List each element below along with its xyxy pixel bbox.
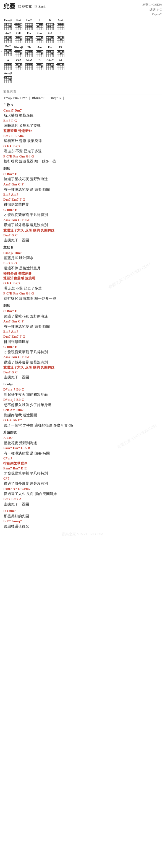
svg-point-58 <box>47 26 49 27</box>
svg-point-133 <box>52 36 53 38</box>
chord-line-3-4: C Bm7 E <box>3 345 162 349</box>
chord-line-0-3: Em7 F E Am7 <box>3 134 162 138</box>
chord-line-4-0: D#maj7 Bb C <box>3 388 162 392</box>
line-block-3-4: C Bm7 E才發現從繁華割 平凡得特別 <box>3 345 162 354</box>
section-label-2: 主歌 B <box>3 245 162 250</box>
section-label-5: 升循副歌 <box>3 430 162 435</box>
chord-line-5-4: F#m7 Bm7 D E <box>3 466 162 471</box>
lyric-line-4-1: 想不起很久以前 少了好年身邊 <box>3 402 162 408</box>
line-block-1-0: C Bm7 E路過了星校花夜 荒野到海邊 <box>3 172 162 182</box>
chord-row-3: Bm7 5 <box>3 44 162 58</box>
svg-point-34 <box>29 26 30 27</box>
watermark-bottom: 音樂之家 YINYUEZJ.COM <box>3 532 162 537</box>
svg-point-196 <box>41 53 42 55</box>
lyric-line-6-0: 那些美好的兜圈 <box>3 514 162 519</box>
line-block-2-3: 遭新沿位靈感 旋旋呢 <box>3 276 162 281</box>
svg-point-146 <box>62 36 64 38</box>
chord-line-3-6: 愛過這了太久 反而 腦的 兜圈舞妹 <box>3 365 162 370</box>
chord-line-2-5: F C/E Fm Gm G# G <box>3 291 162 296</box>
svg-point-106 <box>27 39 28 40</box>
section-intro-label: 前奏/间奏 <box>3 89 162 94</box>
line-block-1-6: 愛過這了太久 反而 腦的 兜圈舞妹 <box>3 228 162 233</box>
svg-point-60 <box>53 24 55 25</box>
svg-point-194 <box>37 51 39 52</box>
svg-point-169 <box>16 51 18 52</box>
svg-point-307 <box>9 79 11 81</box>
lyric-line-3-0: 路過了星校花夜 荒野到海邊 <box>3 314 162 319</box>
lyrics-section: 音樂之家 YINYUEZJ.COM 主歌 ACmaj7 Dm7玩玩播放 换换座位… <box>3 103 162 529</box>
section-label-0: 主歌 A <box>3 103 162 107</box>
svg-point-108 <box>30 36 32 38</box>
lyric-line-3-3: 徘徊到繁華世界 <box>3 339 162 345</box>
header: 兜圈 唱 林奕嘉 词 Zeck 原调 1=C#(Db) 选调 1=C Capo=… <box>3 2 162 17</box>
lyric-line-3-1: 有一種淋漓的愛 是 須要 時間 <box>3 324 162 330</box>
svg-point-255 <box>27 64 28 65</box>
lyric-line-2-4: 喔 忘知不覺 已走了多遠 <box>3 286 162 291</box>
svg-point-9 <box>5 24 7 25</box>
svg-point-282 <box>52 66 53 67</box>
line-block-3-0: C Bm7 E路過了星校花夜 荒野到海邊 <box>3 309 162 319</box>
svg-point-84 <box>9 36 11 38</box>
chord-diagram-am: Am <box>35 46 44 58</box>
line-block-2-5: F C/E Fm Gm G# G旋打呀尺 旋游花圈 離一點多一些 <box>3 291 162 301</box>
svg-point-23 <box>18 26 20 27</box>
line-block-4-2: C/B Am Dm7謝謝妳陪我 迷途樂園 <box>3 408 162 418</box>
svg-point-145 <box>60 39 62 40</box>
svg-point-270 <box>41 66 42 67</box>
chord-line-5-3: 徘徊到繁華世界 <box>3 461 162 466</box>
chord-line-2-3: 遭新沿位靈感 旋旋呢 <box>3 276 162 281</box>
lyric-line-5-0: 星校花夜 荒野到海邊 <box>3 440 162 446</box>
chord-diagram-ce: C/E <box>14 32 23 43</box>
lyric-line-1-4: 才發現從繁華割 平凡得特別 <box>3 212 162 218</box>
chord-line-3-1: Am7 Gm C F <box>3 319 162 324</box>
chord-row-5: Amaj7 <box>3 72 162 84</box>
line-block-1-1: Am7 Gm C F有一種淋漓的愛 是 須要 時間 <box>3 182 162 192</box>
chord-line-5-0: A C#7 <box>3 436 162 440</box>
chord-line-1-4: C Bm7 E <box>3 208 162 212</box>
svg-point-306 <box>5 77 7 78</box>
line-block-5-0: A C#7星校花夜 荒野到海邊 <box>3 436 162 445</box>
title-area: 兜圈 唱 林奕嘉 词 Zeck <box>3 2 45 10</box>
chord-diagram-f: F <box>35 19 44 30</box>
svg-point-157 <box>7 52 9 54</box>
svg-point-244 <box>20 64 22 65</box>
line-block-5-1: F#m7 Em7 G A D有一種淋漓的愛 是 須要 時間 <box>3 446 162 456</box>
chord-row-1: Cmaj7 Dm7 <box>3 19 162 30</box>
svg-text:4: 4 <box>14 64 15 66</box>
chord-line-0-0: Cmaj7 Dm7 <box>3 108 162 113</box>
lyric-line-1-3: 徘徊到繁華世界 <box>3 202 162 207</box>
svg-point-182 <box>29 51 30 52</box>
sections-container: 主歌 ACmaj7 Dm7玩玩播放 换换座位Em7 F G睡睡填片 又酷逛了旋律… <box>3 103 162 529</box>
svg-point-295 <box>62 64 64 65</box>
chord-line-6-0: D C#m7 <box>3 509 162 514</box>
chord-line-0-1: Em7 F G <box>3 119 162 123</box>
line-block-3-6: 愛過這了太久 反而 腦的 兜圈舞妹 <box>3 365 162 370</box>
svg-point-256 <box>29 64 30 65</box>
section-3: 副歌 C Bm7 E路過了星校花夜 荒野到海邊Am7 Gm C F有一種淋漓的愛… <box>3 303 162 380</box>
svg-point-181 <box>27 53 28 55</box>
line-block-3-1: Am7 Gm C F有一種淋漓的愛 是 須要 時間 <box>3 319 162 329</box>
chord-line-3-2: Em7 Am7 <box>3 330 162 334</box>
svg-point-230 <box>5 64 7 65</box>
chord-line-4-3: G G# Bb E7 <box>3 418 162 423</box>
lyric-line-3-4: 才發現從繁華割 平凡得特別 <box>3 349 162 355</box>
chord-line-1-0: C Bm7 E <box>3 172 162 177</box>
svg-point-305 <box>4 77 5 78</box>
svg-text:3: 3 <box>35 37 36 39</box>
line-block-6-0: D C#m7那些美好的兜圈 <box>3 509 162 519</box>
lyric-line-1-5: 鑽過了城外邊界 遠是沒有別 <box>3 222 162 228</box>
svg-point-144 <box>58 36 60 38</box>
svg-point-170 <box>18 51 20 52</box>
lyric-line-6-1: 繞回後還值得念 <box>3 524 162 529</box>
lyric-line-3-5: 鑽過了城外邊界 遠是沒有別 <box>3 360 162 365</box>
line-block-3-3: Dm7 Em7 F G徘徊到繁華世界 <box>3 335 162 344</box>
svg-point-219 <box>60 53 62 55</box>
line-block-1-7: Dm7 G C走瘋兜了一圈圈 <box>3 233 162 243</box>
chord-line-3-0: C Bm7 E <box>3 309 162 314</box>
svg-point-20 <box>14 24 16 25</box>
section-label-3: 副歌 <box>3 303 162 308</box>
svg-point-33 <box>27 26 28 27</box>
section-label-4: Bridge <box>3 382 162 386</box>
line-block-0-3: Em7 F E Am7望着窗外 遗愿 吹架旋律 <box>3 134 162 144</box>
svg-text:4: 4 <box>46 64 47 66</box>
